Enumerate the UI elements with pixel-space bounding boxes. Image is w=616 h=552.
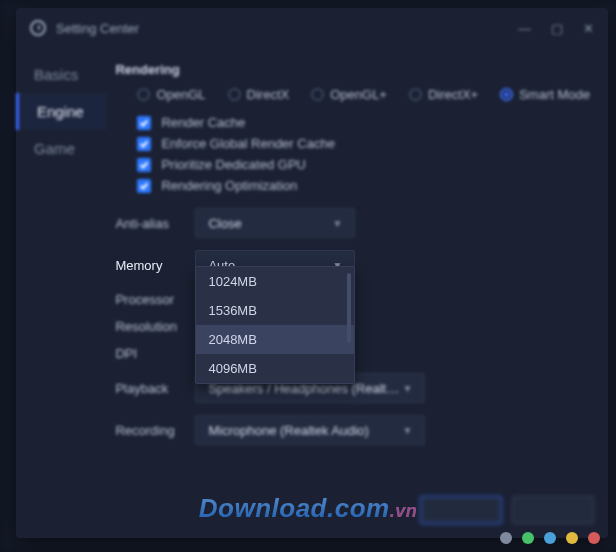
label-recording: Recording: [115, 423, 195, 438]
radio-smartmode[interactable]: Smart Mode: [500, 87, 590, 102]
check-render-cache[interactable]: Render Cache: [115, 112, 590, 133]
label-memory: Memory: [115, 258, 195, 273]
dot-4: [566, 532, 578, 544]
select-recording[interactable]: Microphone (Realtek Audio) ▼: [195, 415, 425, 445]
minimize-icon[interactable]: —: [518, 21, 531, 36]
rendering-mode-group: OpenGL DirectX OpenGL+ DirectX+ Smart Mo…: [115, 87, 590, 112]
close-icon[interactable]: ✕: [583, 21, 594, 36]
dialog-buttons: [420, 496, 594, 524]
check-render-opt[interactable]: Rendering Optimization: [115, 175, 590, 196]
checkbox-icon: [137, 137, 151, 151]
tab-basics[interactable]: Basics: [16, 56, 107, 93]
checkbox-icon: [137, 116, 151, 130]
memory-option-4096[interactable]: 4096MB: [196, 354, 354, 383]
radio-openglplus[interactable]: OpenGL+: [311, 87, 387, 102]
settings-window: Setting Center — ▢ ✕ Basics Engine Game …: [16, 8, 608, 538]
check-dedicated-gpu[interactable]: Prioritize Dedicated GPU: [115, 154, 590, 175]
row-recording: Recording Microphone (Realtek Audio) ▼: [115, 415, 590, 445]
sidebar: Basics Engine Game: [16, 48, 107, 538]
check-enforce-global[interactable]: Enforce Global Render Cache: [115, 133, 590, 154]
chevron-down-icon: ▼: [403, 425, 413, 436]
settings-content: Rendering OpenGL DirectX OpenGL+ DirectX…: [107, 48, 608, 538]
ok-button[interactable]: [420, 496, 502, 524]
chevron-down-icon: ▼: [403, 383, 413, 394]
radio-directxplus[interactable]: DirectX+: [409, 87, 478, 102]
section-rendering-title: Rendering: [115, 62, 590, 77]
checkbox-icon: [137, 158, 151, 172]
radio-directx[interactable]: DirectX: [228, 87, 290, 102]
label-processor: Processor: [115, 292, 195, 307]
maximize-icon[interactable]: ▢: [551, 21, 563, 36]
row-anti-alias: Anti-alias Close ▼: [115, 208, 590, 238]
window-title: Setting Center: [56, 21, 139, 36]
checkbox-icon: [137, 179, 151, 193]
titlebar: Setting Center — ▢ ✕: [16, 8, 608, 48]
chevron-down-icon: ▼: [333, 218, 343, 229]
radio-opengl[interactable]: OpenGL: [137, 87, 205, 102]
dot-5: [588, 532, 600, 544]
memory-option-1536[interactable]: 1536MB: [196, 296, 354, 325]
label-resolution: Resolution: [115, 319, 195, 334]
select-anti-alias[interactable]: Close ▼: [195, 208, 355, 238]
label-anti-alias: Anti-alias: [115, 216, 195, 231]
color-dots: [500, 532, 600, 544]
memory-option-1024[interactable]: 1024MB: [196, 267, 354, 296]
dot-1: [500, 532, 512, 544]
tab-game[interactable]: Game: [16, 130, 107, 167]
label-playback: Playback: [115, 381, 195, 396]
tab-engine[interactable]: Engine: [16, 93, 107, 130]
dot-2: [522, 532, 534, 544]
app-logo-icon: [30, 20, 46, 36]
dropdown-scrollbar[interactable]: [347, 273, 351, 343]
memory-dropdown: 1024MB 1536MB 2048MB 4096MB: [195, 266, 355, 384]
memory-option-2048[interactable]: 2048MB: [196, 325, 354, 354]
cancel-button[interactable]: [512, 496, 594, 524]
label-dpi: DPI: [115, 346, 195, 361]
dot-3: [544, 532, 556, 544]
